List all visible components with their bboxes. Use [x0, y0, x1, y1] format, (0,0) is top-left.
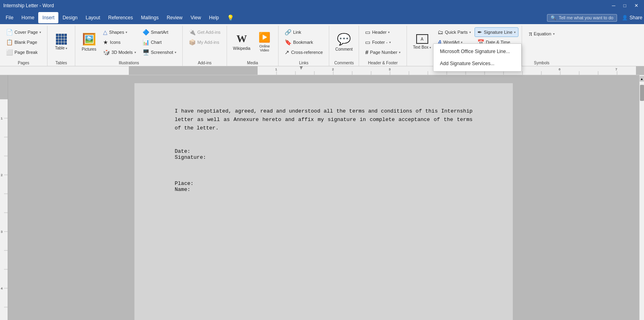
main-area: 1 2 3 4 I have negotiated, agreed, read …	[0, 75, 644, 320]
close-button[interactable]: ✕	[632, 3, 641, 8]
equation-button[interactable]: π Equation ▾	[525, 27, 558, 40]
icons-button[interactable]: ★ Icons	[100, 37, 139, 47]
svg-rect-1	[636, 66, 644, 75]
ruler-vertical: 1 2 3 4	[0, 75, 8, 320]
header-arrow: ▾	[388, 31, 390, 34]
svg-text:4: 4	[1, 287, 3, 290]
wikipedia-button[interactable]: W Wikipedia	[230, 27, 253, 56]
illustrations-group-label: Illustrations	[119, 59, 139, 66]
title-bar-controls: ─ □ ✕	[609, 3, 641, 8]
table-button[interactable]: Table ▾	[51, 27, 72, 56]
tables-group-label: Tables	[56, 59, 67, 66]
document-paragraph: I have negotiated, agreed, read and unde…	[175, 107, 473, 132]
cover-page-label: Cover Page	[14, 30, 38, 35]
signature-line-arrow: ▾	[514, 31, 516, 34]
illustrations-content: 🖼️ Pictures △ Shapes ▾ ★ Icons 🎲 3D Mode…	[78, 26, 179, 59]
link-button[interactable]: 🔗 Link	[282, 27, 326, 37]
menu-search[interactable]: 🔍 Tell me what you want to do	[547, 14, 617, 22]
menu-home[interactable]: Home	[17, 12, 38, 23]
signature-line-label: Signature Line	[484, 30, 512, 35]
blank-page-button[interactable]: 📋 Blank Page	[3, 37, 44, 47]
illustrations-col2: 🔷 SmartArt 📊 Chart 🖥️ Screenshot ▾	[140, 27, 180, 57]
share-button[interactable]: 👤 Share	[622, 15, 642, 21]
title-bar-left: Internship Letter - Word	[3, 3, 54, 8]
menu-references[interactable]: References	[104, 12, 137, 23]
header-footer-group-label: Header & Footer	[368, 59, 398, 66]
pages-content: 📄 Cover Page ▾ 📋 Blank Page ⬜ Page Break	[3, 26, 44, 59]
menu-help[interactable]: Help	[205, 12, 223, 23]
quick-parts-label: Quick Parts	[445, 30, 468, 35]
addins-group-label: Add-ins	[198, 59, 212, 66]
get-addins-button[interactable]: 🔌 Get Add-ins	[186, 27, 223, 37]
ribbon-group-media: W Wikipedia ▶️ OnlineVideo Media	[227, 26, 279, 66]
pictures-icon: 🖼️	[82, 33, 96, 46]
bookmark-button[interactable]: 🔖 Bookmark	[282, 37, 326, 47]
equation-arrow: ▾	[553, 32, 555, 36]
screenshot-icon: 🖥️	[142, 49, 149, 55]
my-addins-button[interactable]: 📦 My Add-ins	[186, 37, 223, 47]
header-button[interactable]: ▭ Header ▾	[362, 27, 403, 37]
date-field: Date: Signature:	[175, 148, 473, 160]
menu-mailings[interactable]: Mailings	[137, 12, 163, 23]
page-number-button[interactable]: # Page Number ▾	[362, 47, 403, 57]
pictures-button[interactable]: 🖼️ Pictures	[78, 27, 99, 56]
smartart-button[interactable]: 🔷 SmartArt	[140, 27, 180, 37]
ms-signature-line-item[interactable]: Microsoft Office Signature Line...	[433, 45, 521, 57]
menu-lightbulb[interactable]: 💡	[223, 12, 238, 23]
bookmark-label: Bookmark	[293, 40, 313, 45]
share-icon: 👤	[622, 15, 628, 21]
scroll-thumb[interactable]	[640, 85, 644, 101]
scrollbar-right[interactable]: ▲ ▼	[639, 75, 644, 320]
signature-line-button[interactable]: ✒ Signature Line ▾	[475, 27, 518, 37]
name-label: Name:	[175, 187, 473, 193]
addins-col: 🔌 Get Add-ins 📦 My Add-ins	[186, 27, 223, 47]
menu-design[interactable]: Design	[58, 12, 81, 23]
svg-text:7: 7	[615, 68, 617, 71]
maximize-button[interactable]: □	[621, 3, 629, 8]
ribbon-group-links: 🔗 Link 🔖 Bookmark ↗ Cross-reference Link…	[279, 26, 329, 66]
signature-dropdown-menu: Microsoft Office Signature Line... Add S…	[433, 43, 522, 72]
svg-text:3: 3	[389, 68, 391, 71]
quick-parts-button[interactable]: 🗂 Quick Parts ▾	[435, 27, 474, 37]
links-content: 🔗 Link 🔖 Bookmark ↗ Cross-reference	[282, 26, 326, 59]
my-addins-icon: 📦	[189, 39, 196, 45]
title-bar: Internship Letter - Word ─ □ ✕	[0, 0, 644, 11]
svg-text:1: 1	[275, 68, 277, 71]
3d-models-icon: 🎲	[103, 49, 110, 55]
cross-ref-button[interactable]: ↗ Cross-reference	[282, 47, 326, 57]
smartart-label: SmartArt	[151, 30, 168, 35]
signature-label: Signature:	[175, 154, 473, 160]
ribbon-group-comments: 💬 Comment Comments	[329, 26, 359, 66]
menu-review[interactable]: Review	[163, 12, 186, 23]
menu-layout[interactable]: Layout	[82, 12, 104, 23]
cross-ref-icon: ↗	[285, 49, 289, 55]
shapes-button[interactable]: △ Shapes ▾	[100, 27, 139, 37]
page-break-button[interactable]: ⬜ Page Break	[3, 47, 44, 57]
scroll-up-button[interactable]: ▲	[640, 76, 644, 82]
link-icon: 🔗	[285, 29, 291, 35]
search-text: Tell me what you want to do	[559, 15, 613, 20]
chart-button[interactable]: 📊 Chart	[140, 37, 180, 47]
text-box-button[interactable]: A Text Box ▾	[410, 27, 434, 56]
minimize-button[interactable]: ─	[609, 3, 618, 8]
document-area[interactable]: I have negotiated, agreed, read and unde…	[8, 75, 639, 320]
table-label: Table ▾	[55, 46, 68, 50]
screenshot-button[interactable]: 🖥️ Screenshot ▾	[140, 47, 180, 57]
menu-view[interactable]: View	[187, 12, 205, 23]
menu-file[interactable]: File	[2, 12, 17, 23]
text-box-label: Text Box ▾	[413, 45, 431, 49]
comment-button[interactable]: 💬 Comment	[332, 27, 355, 56]
equation-icon: π	[529, 30, 532, 37]
footer-button[interactable]: ▭ Footer - ▾	[362, 37, 403, 47]
3d-models-button[interactable]: 🎲 3D Models ▾	[100, 47, 139, 57]
ruler-content: 1 2 3 4 5 6 7	[129, 66, 644, 75]
cover-page-button[interactable]: 📄 Cover Page ▾	[3, 27, 44, 37]
menu-insert[interactable]: Insert	[38, 12, 58, 23]
add-signature-services-item[interactable]: Add Signature Services...	[433, 57, 521, 70]
app-title: Internship Letter - Word	[3, 3, 54, 8]
screenshot-arrow: ▾	[175, 51, 176, 54]
online-video-label: OnlineVideo	[259, 44, 270, 52]
cross-ref-label: Cross-reference	[291, 50, 323, 55]
online-video-button[interactable]: ▶️ OnlineVideo	[254, 27, 275, 56]
ribbon-group-illustrations: 🖼️ Pictures △ Shapes ▾ ★ Icons 🎲 3D Mode…	[75, 26, 183, 66]
